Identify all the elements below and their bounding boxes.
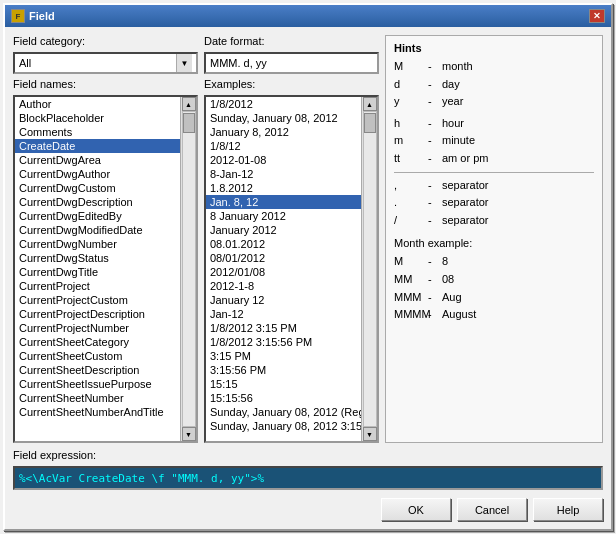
example-item[interactable]: 3:15 PM xyxy=(206,349,361,363)
hint-key: M xyxy=(394,58,424,76)
example-item[interactable]: 08.01.2012 xyxy=(206,237,361,251)
field-name-item[interactable]: CurrentSheetNumberAndTitle xyxy=(15,405,180,419)
hint-dash: - xyxy=(428,58,438,76)
field-names-scrollbar[interactable]: ▲ ▼ xyxy=(180,97,196,441)
examples-list[interactable]: 1/8/2012Sunday, January 08, 2012January … xyxy=(206,97,361,441)
month-key: MMM xyxy=(394,289,424,307)
scroll-up-btn[interactable]: ▲ xyxy=(182,97,196,111)
hint-dash: - xyxy=(428,115,438,133)
field-name-item[interactable]: CurrentDwgModifiedDate xyxy=(15,223,180,237)
examples-scrollbar[interactable]: ▲ ▼ xyxy=(361,97,377,441)
examples-scroll-thumb[interactable] xyxy=(364,113,376,133)
separator-dash: - xyxy=(428,212,438,230)
field-category-value: All xyxy=(19,57,31,69)
hint-dash: - xyxy=(428,132,438,150)
example-item[interactable]: 3:15:56 PM xyxy=(206,363,361,377)
scroll-down-btn[interactable]: ▼ xyxy=(182,427,196,441)
field-name-item[interactable]: CurrentDwgAuthor xyxy=(15,167,180,181)
hint-key: tt xyxy=(394,150,424,168)
example-item[interactable]: 15:15:56 xyxy=(206,391,361,405)
month-example-title: Month example: xyxy=(394,237,594,249)
month-example-row: MMMM-August xyxy=(394,306,594,324)
hints-panel: Hints M-monthd-dayy-yearh-hourm-minutett… xyxy=(385,35,603,443)
field-name-item[interactable]: CurrentProjectDescription xyxy=(15,307,180,321)
example-item[interactable]: 1/8/2012 3:15 PM xyxy=(206,321,361,335)
example-item[interactable]: Jan. 8, 12 xyxy=(206,195,361,209)
field-name-item[interactable]: CurrentDwgStatus xyxy=(15,251,180,265)
hint-key: h xyxy=(394,115,424,133)
close-button[interactable]: ✕ xyxy=(589,9,605,23)
example-item[interactable]: 8 January 2012 xyxy=(206,209,361,223)
example-item[interactable]: 8-Jan-12 xyxy=(206,167,361,181)
field-name-item[interactable]: BlockPlaceholder xyxy=(15,111,180,125)
examples-scroll-track xyxy=(363,111,377,427)
field-category-combo[interactable]: All ▼ xyxy=(13,52,198,74)
month-example-row: MMM-Aug xyxy=(394,289,594,307)
help-button[interactable]: Help xyxy=(533,498,603,521)
examples-scroll-down[interactable]: ▼ xyxy=(363,427,377,441)
examples-list-container: 1/8/2012Sunday, January 08, 2012January … xyxy=(204,95,379,443)
month-example-row: M-8 xyxy=(394,253,594,271)
examples-scroll-up[interactable]: ▲ xyxy=(363,97,377,111)
button-row: OK Cancel Help xyxy=(13,498,603,521)
field-name-item[interactable]: CurrentSheetCustom xyxy=(15,349,180,363)
example-item[interactable]: 2012-1-8 xyxy=(206,279,361,293)
example-item[interactable]: 1/8/2012 3:15:56 PM xyxy=(206,335,361,349)
field-name-item[interactable]: Author xyxy=(15,97,180,111)
field-name-item[interactable]: CreateDate xyxy=(15,139,180,153)
example-item[interactable]: January 2012 xyxy=(206,223,361,237)
dialog-content: Field category: All ▼ Field names: Autho… xyxy=(5,27,611,529)
combo-arrow-icon[interactable]: ▼ xyxy=(176,54,192,72)
separator-hint-row: ,-separator xyxy=(394,177,594,195)
hint-val: am or pm xyxy=(442,150,594,168)
field-name-item[interactable]: CurrentSheetIssuePurpose xyxy=(15,377,180,391)
example-item[interactable]: 1.8.2012 xyxy=(206,181,361,195)
example-item[interactable]: Jan-12 xyxy=(206,307,361,321)
hint-row: m-minute xyxy=(394,132,594,150)
example-item[interactable]: Sunday, January 08, 2012 xyxy=(206,111,361,125)
example-item[interactable]: 08/01/2012 xyxy=(206,251,361,265)
example-item[interactable]: January 12 xyxy=(206,293,361,307)
field-expression-label: Field expression: xyxy=(13,449,603,461)
field-names-list[interactable]: AuthorBlockPlaceholderCommentsCreateDate… xyxy=(15,97,180,441)
example-item[interactable]: January 8, 2012 xyxy=(206,125,361,139)
date-format-input[interactable] xyxy=(204,52,379,74)
example-item[interactable]: 15:15 xyxy=(206,377,361,391)
example-item[interactable]: Sunday, January 08, 2012 (Regi... xyxy=(206,405,361,419)
window-icon: F xyxy=(11,9,25,23)
month-key: M xyxy=(394,253,424,271)
field-name-item[interactable]: CurrentDwgDescription xyxy=(15,195,180,209)
field-name-item[interactable]: CurrentProject xyxy=(15,279,180,293)
field-name-item[interactable]: CurrentSheetDescription xyxy=(15,363,180,377)
field-name-item[interactable]: CurrentProjectCustom xyxy=(15,293,180,307)
scroll-thumb[interactable] xyxy=(183,113,195,133)
field-name-item[interactable]: Comments xyxy=(15,125,180,139)
separator-key: , xyxy=(394,177,424,195)
hints-title: Hints xyxy=(394,42,594,54)
month-val: 08 xyxy=(442,271,594,289)
field-name-item[interactable]: CurrentDwgArea xyxy=(15,153,180,167)
hint-key: m xyxy=(394,132,424,150)
example-item[interactable]: 2012-01-08 xyxy=(206,153,361,167)
field-name-item[interactable]: CurrentProjectNumber xyxy=(15,321,180,335)
field-name-item[interactable]: CurrentDwgNumber xyxy=(15,237,180,251)
field-name-item[interactable]: CurrentSheetNumber xyxy=(15,391,180,405)
month-example-section: Month example: M-8MM-08MMM-AugMMMM-Augus… xyxy=(394,237,594,323)
window-title: Field xyxy=(29,10,55,22)
example-item[interactable]: 1/8/12 xyxy=(206,139,361,153)
field-expression-box: %<\AcVar CreateDate \f "MMM. d, yy">% xyxy=(13,466,603,490)
field-name-item[interactable]: CurrentDwgTitle xyxy=(15,265,180,279)
hint-val: minute xyxy=(442,132,594,150)
hint-key: y xyxy=(394,93,424,111)
cancel-button[interactable]: Cancel xyxy=(457,498,527,521)
example-item[interactable]: Sunday, January 08, 2012 3:15:5... xyxy=(206,419,361,433)
example-item[interactable]: 1/8/2012 xyxy=(206,97,361,111)
field-name-item[interactable]: CurrentSheetCategory xyxy=(15,335,180,349)
middle-panel: Date format: Examples: 1/8/2012Sunday, J… xyxy=(204,35,379,443)
field-name-item[interactable]: CurrentDwgCustom xyxy=(15,181,180,195)
ok-button[interactable]: OK xyxy=(381,498,451,521)
field-name-item[interactable]: CurrentDwgEditedBy xyxy=(15,209,180,223)
hint-dash: - xyxy=(428,76,438,94)
example-item[interactable]: 2012/01/08 xyxy=(206,265,361,279)
separator-dash: - xyxy=(428,177,438,195)
